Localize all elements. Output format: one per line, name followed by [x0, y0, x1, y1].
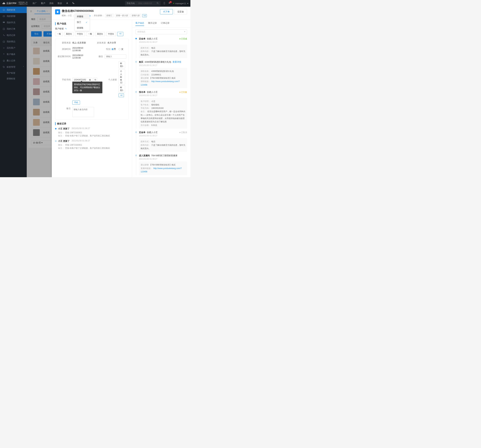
svg-rect-9 [58, 11, 58, 12]
building-icon [55, 9, 60, 14]
manager-dropdown: 师馨薇 张三✓ 俱保咏 [75, 14, 90, 31]
tab-chat[interactable]: 聊天记录 [148, 22, 157, 26]
tag: 高意向 [64, 32, 74, 36]
proxy-order-button[interactable]: 代下单 [160, 9, 173, 14]
add-phone-icon[interactable]: ⧉ [93, 77, 97, 82]
qr-icon[interactable]: ▦ [89, 78, 91, 81]
view-detail-link[interactable]: 查看详情 [173, 61, 181, 63]
radio-female[interactable]: 女 [119, 48, 123, 51]
tag: 高意向 [95, 32, 105, 36]
mgr-option[interactable]: 俱保咏 [75, 25, 90, 31]
mgr-option[interactable]: 张三✓ [75, 19, 90, 25]
tab-orders[interactable]: 订单记录 [161, 22, 170, 26]
more-groups[interactable]: +4 [142, 14, 147, 17]
tag: 中意向 [75, 32, 85, 36]
tag: 一般 [86, 32, 94, 36]
deposit-button[interactable]: 交定金 [174, 9, 187, 14]
more-tags[interactable]: +4 [117, 32, 123, 36]
radio-male[interactable]: 男 [112, 48, 116, 51]
more-ptags[interactable]: +4 [119, 93, 124, 97]
activity-filter[interactable]: 全部动态▾ [135, 29, 187, 34]
tag: 中意向 [106, 32, 116, 36]
wechat-input[interactable] [105, 54, 126, 59]
phone-input[interactable]: 13241672152▦ [72, 78, 92, 82]
mgr-option[interactable]: 师馨薇 [75, 14, 90, 19]
svg-rect-8 [57, 11, 58, 12]
phone-link-button[interactable]: 手机 [72, 100, 80, 105]
tab-activity[interactable]: 客户动态 [135, 22, 144, 26]
drawer-title: 微信名称6789990000966 [62, 9, 160, 13]
edit-icon[interactable]: ✎ [65, 28, 67, 30]
tag: 一般 [55, 32, 63, 36]
svg-rect-7 [57, 11, 59, 13]
note-input[interactable] [72, 107, 94, 117]
customer-drawer: 微信名称6789990000966 昵称：小王| 客户经理：张三 ▴| 所在群聊… [52, 7, 190, 177]
phone-tooltip: 查询到此手机号码在系统中已存在，可以将两条客户数据合并为一条 [72, 82, 102, 93]
